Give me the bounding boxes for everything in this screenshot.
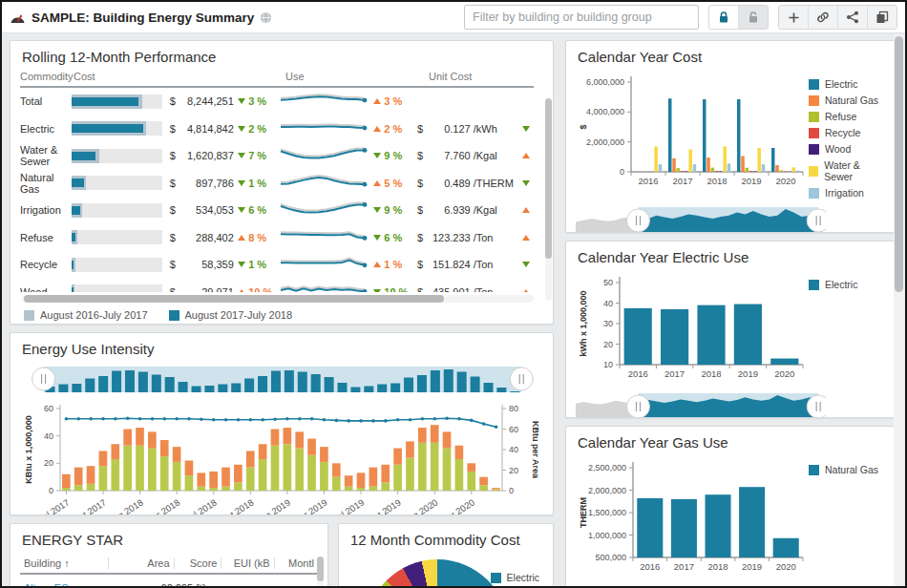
commodity-name: Electric (20, 123, 72, 135)
cost-percent: 8 % (248, 232, 276, 243)
unlock-button[interactable] (738, 6, 768, 29)
table-vertical-scrollbar[interactable] (317, 556, 324, 588)
range-navigator[interactable] (576, 389, 887, 418)
legend-item[interactable]: Irrigation (809, 187, 887, 199)
unit-cost-trend-icon (519, 289, 534, 292)
panel-title: ENERGY STAR (22, 532, 318, 548)
cost-trend-icon (234, 207, 248, 213)
copy-button[interactable] (867, 6, 896, 29)
legend-swatch (491, 573, 501, 583)
rolling-table-body: Total$8,244,2513 %3 %Electric$4,814,8422… (20, 88, 534, 292)
energy-star-table-header: Building ↑ Area Score EUI (kB Montl (20, 554, 318, 575)
svg-text:1,500,000: 1,500,000 (588, 508, 626, 517)
currency-sign: $ (170, 286, 181, 292)
currency-sign: $ (417, 259, 429, 270)
legend-item[interactable]: Electric (809, 78, 887, 90)
unit-cost-value: 6.939 (429, 204, 471, 216)
page-title: SAMPLE: Building Energy Summary (32, 10, 254, 25)
commodity-name: Irrigation (20, 204, 72, 216)
dashboard-title-group: SAMPLE: Building Energy Summary (10, 10, 272, 25)
cost-percent: 6 % (248, 204, 276, 216)
column-header-building[interactable]: Building ↑ (20, 557, 108, 569)
range-navigator[interactable] (576, 582, 887, 588)
svg-text:2017: 2017 (672, 176, 692, 186)
page-scrollbar[interactable] (894, 34, 904, 585)
unit-cost-value: 0.489 (429, 178, 471, 189)
cost-value: 29,971 (180, 286, 234, 292)
calendar-year-electric-panel: Calendar Year Electric Use 1020304050kWh… (565, 241, 897, 418)
currency-sign: $ (417, 123, 429, 135)
use-percent: 5 % (384, 178, 411, 189)
unit-label: /Ton (471, 286, 519, 292)
cost-bar (72, 94, 162, 109)
table-vertical-scrollbar[interactable] (545, 98, 552, 301)
chart-legend: ElectricNatural GasRefuseRecycleWoodWate… (809, 71, 887, 203)
svg-text:2017: 2017 (664, 368, 685, 379)
legend-item[interactable]: Recycle (809, 127, 887, 138)
column-header-score[interactable]: Score (174, 557, 221, 569)
cost-percent: 10 % (248, 286, 276, 292)
column-header-monthly[interactable]: Montl (274, 557, 318, 569)
column-header-area[interactable]: Area (108, 557, 174, 569)
unit-cost-value: 123.233 (429, 232, 471, 243)
legend-item[interactable]: Electric (809, 279, 887, 290)
currency-sign: $ (170, 123, 181, 135)
use-sparkline (278, 171, 369, 196)
unit-cost-trend-icon (519, 180, 534, 186)
legend-item[interactable]: Wood (809, 143, 887, 155)
currency-sign: $ (417, 232, 429, 243)
unit-cost-value: 7.760 (429, 150, 471, 161)
cost-bar (72, 258, 162, 272)
svg-text:Oct 2018: Oct 2018 (219, 496, 255, 515)
svg-text:20: 20 (44, 458, 53, 468)
svg-text:2018: 2018 (707, 176, 727, 186)
rolling-table-header: Commodity Cost Use Unit Cost (20, 71, 534, 88)
use-sparkline (278, 280, 369, 292)
calendar-year-gas-panel: Calendar Year Gas Use 500,0001,000,0001,… (565, 426, 897, 588)
add-button[interactable] (779, 6, 808, 29)
panel-title: Calendar Year Electric Use (578, 249, 887, 265)
chart-legend: Electric (809, 271, 887, 389)
legend-item-previous: August 2016-July 2017 (24, 309, 148, 321)
cost-percent: 7 % (248, 150, 276, 161)
building-link[interactable]: Altura ES (24, 582, 68, 588)
use-sparkline (278, 143, 369, 168)
filter-input[interactable] (464, 5, 699, 30)
use-sparkline (278, 89, 369, 114)
link-button[interactable] (808, 6, 837, 29)
legend-item[interactable]: Refuse (809, 111, 887, 122)
svg-text:Apr 2019: Apr 2019 (292, 496, 328, 515)
svg-text:Oct 2017: Oct 2017 (72, 496, 108, 515)
legend-item[interactable]: Natural Gas (809, 94, 887, 106)
svg-text:30: 30 (603, 319, 613, 328)
use-trend-icon (369, 235, 384, 241)
use-trend-icon (369, 289, 384, 292)
svg-text:20: 20 (509, 466, 518, 475)
legend-item[interactable]: Water & Sewer (809, 159, 887, 182)
calendar-year-cost-panel: Calendar Year Cost 02,000,0004,000,0006,… (565, 40, 897, 233)
share-icon[interactable] (837, 6, 867, 29)
range-navigator[interactable] (576, 203, 887, 233)
unit-label: /Kgal (471, 150, 519, 161)
eui-range-navigator[interactable] (20, 363, 543, 399)
column-header-eui[interactable]: EUI (kB (221, 557, 273, 569)
cost-percent: 1 % (248, 259, 276, 270)
table-horizontal-scrollbar[interactable] (22, 295, 534, 303)
table-row: Natural Gas$897,7861 %5 %$0.489/THERM (20, 170, 534, 198)
svg-text:Oct 2019: Oct 2019 (366, 496, 402, 515)
legend-item[interactable]: Natural Gas (809, 464, 887, 475)
chart-legend: Natural Gas (809, 456, 887, 582)
commodity-cost-pie[interactable] (366, 559, 509, 588)
cost-value: 58,359 (180, 259, 234, 270)
svg-text:40: 40 (603, 299, 613, 308)
unit-cost-trend-icon (519, 262, 534, 267)
cost-value: 897,786 (180, 178, 234, 189)
svg-text:2019: 2019 (742, 561, 762, 572)
svg-text:4,000,000: 4,000,000 (586, 107, 624, 116)
svg-text:kWh x 1,000,000: kWh x 1,000,000 (579, 290, 588, 356)
lock-button[interactable] (709, 6, 738, 29)
energy-use-intensity-panel: Energy Use Intensity 0204060020406080KBt… (10, 332, 554, 515)
use-sparkline (278, 252, 369, 277)
svg-text:2019: 2019 (738, 368, 758, 379)
column-header-commodity: Commodity (20, 71, 74, 82)
